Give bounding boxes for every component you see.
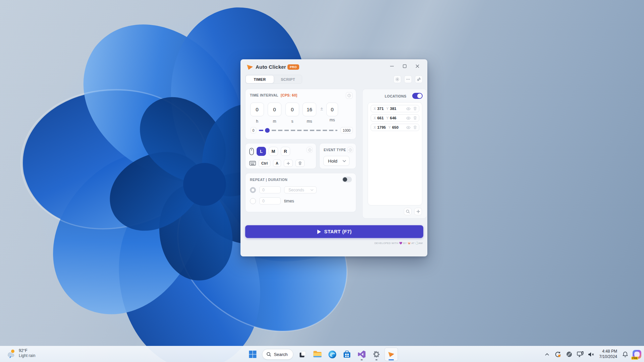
x-axis-label: X xyxy=(374,107,376,111)
clear-hotkeys-button[interactable] xyxy=(296,160,305,167)
pro-badge: PRO xyxy=(287,64,299,70)
visual-studio-button[interactable] xyxy=(355,348,369,361)
network-status-button[interactable] xyxy=(577,350,584,358)
bell-icon xyxy=(623,351,628,357)
duration-radio[interactable] xyxy=(250,187,256,193)
plus-minus-symbol: ± xyxy=(318,106,325,111)
info-icon xyxy=(348,148,352,152)
add-location-button[interactable] xyxy=(414,208,422,215)
plus-icon xyxy=(286,162,290,165)
mouse-middle-button[interactable]: M xyxy=(269,147,278,156)
eye-icon xyxy=(406,126,411,129)
speaker-muted-icon xyxy=(588,352,594,357)
location-row[interactable]: X 371 Y 381 xyxy=(371,105,419,112)
settings-button-taskbar[interactable] xyxy=(370,348,383,361)
settings-button[interactable] xyxy=(393,75,401,83)
y-axis-label: Y xyxy=(386,116,389,120)
taskbar-search[interactable]: Search xyxy=(262,349,293,360)
close-button[interactable] xyxy=(411,62,424,70)
event-type-info-button[interactable] xyxy=(347,147,353,153)
location-y-value: 650 xyxy=(392,125,398,129)
minimize-button[interactable] xyxy=(385,62,398,70)
locations-panel: LOCATIONS X 371 Y 381 X 661 Y xyxy=(362,89,427,219)
location-x-value: 1795 xyxy=(377,125,386,129)
auto-clicker-icon xyxy=(387,350,395,358)
start-button[interactable]: START (F7) xyxy=(245,225,423,238)
locations-toggle[interactable] xyxy=(412,93,423,99)
location-row[interactable]: X 1795 Y 650 xyxy=(371,124,419,131)
preview-location-button[interactable] xyxy=(406,126,411,129)
duration-unit-value: Seconds xyxy=(288,188,304,192)
count-value-input[interactable]: 0 xyxy=(259,197,281,204)
random-unit-label: ms xyxy=(325,118,339,122)
file-explorer-button[interactable] xyxy=(311,348,324,361)
delete-location-button[interactable] xyxy=(413,107,417,111)
plus-icon xyxy=(416,209,420,214)
maximize-button[interactable] xyxy=(398,62,411,70)
hours-input[interactable]: 0 xyxy=(250,103,264,116)
privacy-slash-button[interactable] xyxy=(566,350,573,358)
edge-browser-button[interactable] xyxy=(326,348,339,361)
settings-gear-icon xyxy=(373,350,381,358)
app-logo-icon xyxy=(246,63,254,71)
tab-bar: TIMER SCRIPT xyxy=(245,75,302,84)
delete-location-button[interactable] xyxy=(413,116,417,120)
hotkey-a-button[interactable]: A xyxy=(273,160,281,167)
info-icon xyxy=(308,148,312,152)
minutes-input[interactable]: 0 xyxy=(268,103,281,116)
notifications-button[interactable] xyxy=(622,350,629,358)
random-millis-input[interactable]: 0 xyxy=(326,103,338,116)
delete-location-button[interactable] xyxy=(413,125,417,129)
file-explorer-icon xyxy=(313,351,322,358)
slider-thumb[interactable] xyxy=(265,128,270,133)
slider-fill xyxy=(259,130,263,131)
repeat-toggle[interactable] xyxy=(342,177,352,182)
more-options-button[interactable] xyxy=(404,75,412,83)
search-label: Search xyxy=(274,352,287,357)
tab-script[interactable]: SCRIPT xyxy=(274,75,302,83)
privacy-slash-icon xyxy=(566,351,572,357)
seconds-input[interactable]: 0 xyxy=(285,103,299,116)
auto-clicker-window: Auto Clicker PRO TIMER SCRIPT xyxy=(240,59,427,256)
location-row[interactable]: X 661 Y 646 xyxy=(371,114,419,122)
x-axis-label: X xyxy=(374,126,376,129)
duration-value-input[interactable]: 0 xyxy=(259,186,281,193)
repeat-duration-card: REPEAT | DURATION 0 Seconds 0 times xyxy=(245,173,356,212)
mouse-left-button[interactable]: L xyxy=(257,147,266,156)
info-icon xyxy=(347,94,351,98)
mouse-right-button[interactable]: R xyxy=(281,147,290,156)
mouse-info-button[interactable] xyxy=(307,147,313,153)
auto-clicker-taskbar-button[interactable] xyxy=(385,348,398,361)
hotkey-ctrl-button[interactable]: Ctrl xyxy=(259,160,270,167)
copilot-pre-badge: PRE xyxy=(631,357,638,360)
preview-location-button[interactable] xyxy=(406,107,411,110)
eye-icon xyxy=(406,117,411,120)
start-menu-button[interactable] xyxy=(246,348,259,361)
interval-slider[interactable] xyxy=(259,130,337,131)
location-x-value: 661 xyxy=(377,116,384,120)
event-type-select[interactable]: Hold xyxy=(323,156,350,166)
time-interval-info-button[interactable] xyxy=(346,92,353,99)
tray-expand-button[interactable] xyxy=(543,350,551,358)
eye-icon xyxy=(406,107,411,110)
millis-unit-label: ms xyxy=(303,119,316,124)
taskbar-clock[interactable]: 4:48 PM 7/10/2024 xyxy=(599,349,617,359)
tab-timer[interactable]: TIMER xyxy=(246,75,274,83)
weather-widget[interactable]: 92°F Light rain xyxy=(3,348,38,359)
count-radio[interactable] xyxy=(250,198,256,204)
millis-input[interactable]: 16 xyxy=(303,103,316,116)
microsoft-store-button[interactable] xyxy=(340,348,354,361)
pick-location-button[interactable] xyxy=(404,208,412,215)
copilot-button[interactable]: PRE xyxy=(633,350,641,359)
task-view-button[interactable] xyxy=(296,348,310,361)
locations-label: LOCATIONS xyxy=(385,94,407,98)
developer-credit: DEVELOPED WITH 💜 BY 🐷 AT 🕓AM xyxy=(374,242,423,245)
preview-location-button[interactable] xyxy=(406,117,411,120)
y-axis-label: Y xyxy=(388,126,391,129)
volume-button[interactable] xyxy=(588,350,595,358)
pin-button[interactable] xyxy=(415,75,423,83)
sync-status-button[interactable] xyxy=(554,350,562,358)
add-hotkey-button[interactable] xyxy=(284,160,293,167)
duration-unit-select[interactable]: Seconds xyxy=(284,186,317,193)
weather-temperature: 92°F xyxy=(19,348,35,353)
